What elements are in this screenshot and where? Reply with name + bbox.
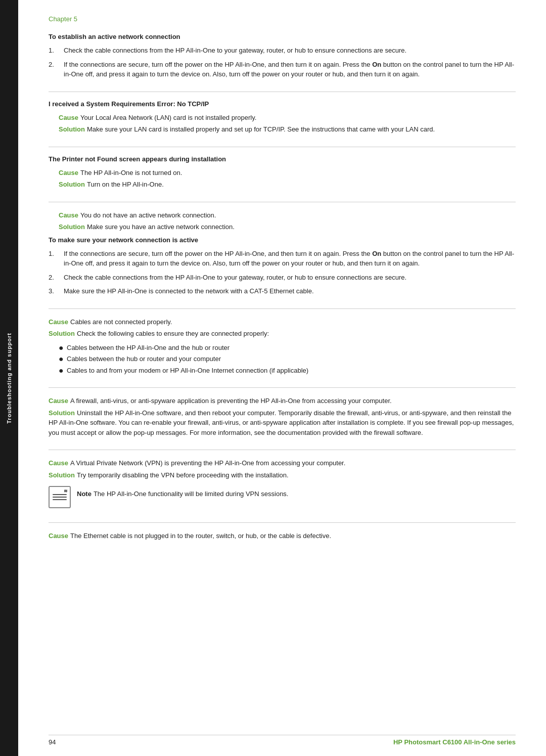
page-footer: 94 HP Photosmart C6100 All-in-One series <box>49 735 516 746</box>
bullet-text: Cables to and from your modem or HP All-… <box>67 366 308 376</box>
list-number: 2. <box>49 273 64 283</box>
cables-bullet-list: ●Cables between the HP All-in-One and th… <box>59 343 516 376</box>
cause-label: Cause <box>49 459 68 467</box>
product-name: HP Photosmart C6100 All-in-One series <box>393 738 516 746</box>
section-ethernet-defective: CauseThe Ethernet cable is not plugged i… <box>49 531 516 551</box>
establish-network-list: 1. Check the cable connections from the … <box>49 46 516 79</box>
cause-solution-block-1: CauseThe HP All-in-One is not turned on.… <box>59 168 516 190</box>
solution-line-3: SolutionCheck the following cables to en… <box>49 329 516 339</box>
list-item: 2. Check the cable connections from the … <box>49 273 516 283</box>
solution-line: SolutionMake sure your LAN card is insta… <box>59 124 516 135</box>
solution-label: Solution <box>59 125 85 133</box>
chapter-label: Chapter 5 <box>49 15 516 23</box>
cause-label: Cause <box>49 397 68 405</box>
solution-line-4: SolutionUninstall the HP All-in-One soft… <box>49 408 516 438</box>
list-content: If the connections are secure, turn off … <box>64 249 516 269</box>
bold-on: On <box>372 61 381 68</box>
list-content: Check the cable connections from the HP … <box>64 46 516 56</box>
solution-line-5: SolutionTry temporarily disabling the VP… <box>49 470 516 480</box>
section-system-req-error: I received a System Requirements Error: … <box>49 100 516 147</box>
solution-label: Solution <box>59 181 85 188</box>
cause-line-1: CauseThe HP All-in-One is not turned on. <box>59 168 516 178</box>
section-establish-network: To establish an active network connectio… <box>49 33 516 92</box>
bullet-dot: ● <box>59 343 67 352</box>
list-item: 2. If the connections are secure, turn o… <box>49 60 516 79</box>
solution-line-2: SolutionMake sure you have an active net… <box>59 222 516 232</box>
section-firewall: CauseA firewall, anti-virus, or anti-spy… <box>49 396 516 450</box>
cause-line-6: CauseThe Ethernet cable is not plugged i… <box>49 531 516 541</box>
list-content: If the connections are secure, turn off … <box>64 60 516 79</box>
cause-label: Cause <box>49 318 68 326</box>
bullet-dot: ● <box>59 366 67 375</box>
section-cables: CauseCables are not connected properly. … <box>49 317 516 388</box>
solution-line-1: SolutionTurn on the HP All-in-One. <box>59 180 516 190</box>
note-icon-line <box>53 497 67 498</box>
list-number: 1. <box>49 46 64 56</box>
list-item: 3. Make sure the HP All-in-One is connec… <box>49 286 516 296</box>
network-active-list: 1. If the connections are secure, turn o… <box>49 249 516 296</box>
note-block: ≋ NoteThe HP All-in-One functionality wi… <box>49 486 516 508</box>
note-text: NoteThe HP All-in-One functionality will… <box>77 486 289 499</box>
section-heading-printer-not-found: The Printer not Found screen appears dur… <box>49 155 516 163</box>
cause-line: CauseYour Local Area Network (LAN) card … <box>59 113 516 123</box>
list-item: 1. Check the cable connections from the … <box>49 46 516 56</box>
list-item: ●Cables to and from your modem or HP All… <box>59 366 516 376</box>
section-heading-system-req: I received a System Requirements Error: … <box>49 100 516 108</box>
note-icon-lines <box>53 494 67 500</box>
section-printer-not-found: The Printer not Found screen appears dur… <box>49 155 516 202</box>
section-heading-establish-network: To establish an active network connectio… <box>49 33 516 40</box>
solution-label: Solution <box>49 409 75 417</box>
cause-label: Cause <box>49 532 68 540</box>
solution-label: Solution <box>59 223 85 231</box>
note-icon-line <box>53 494 67 495</box>
note-squiggle: ≋ <box>64 489 68 494</box>
note-icon-line <box>53 499 67 500</box>
list-content: Check the cable connections from the HP … <box>64 273 516 283</box>
note-keyword: Note <box>77 490 92 498</box>
section-no-active-network: CauseYou do not have an active network c… <box>49 210 516 309</box>
list-number: 1. <box>49 249 64 269</box>
bullet-text: Cables between the HP All-in-One and the… <box>67 343 230 353</box>
cause-label: Cause <box>59 114 78 121</box>
sidebar: Troubleshooting and support <box>0 0 18 756</box>
section-heading-network-active: To make sure your network connection is … <box>49 236 516 244</box>
cause-solution-block-4: CauseA firewall, anti-virus, or anti-spy… <box>49 396 516 437</box>
cause-block-6: CauseThe Ethernet cable is not plugged i… <box>49 531 516 541</box>
sidebar-label: Troubleshooting and support <box>6 333 12 424</box>
bullet-text: Cables between the hub or router and you… <box>67 354 221 364</box>
list-content: Make sure the HP All-in-One is connected… <box>64 286 516 296</box>
cause-solution-block-5: CauseA Virtual Private Network (VPN) is … <box>49 458 516 508</box>
cause-line-4: CauseA firewall, anti-virus, or anti-spy… <box>49 396 516 406</box>
list-number: 2. <box>49 60 64 79</box>
cause-line-3: CauseCables are not connected properly. <box>49 317 516 327</box>
cause-solution-block-2: CauseYou do not have an active network c… <box>59 210 516 232</box>
solution-label: Solution <box>49 471 75 479</box>
page-number: 94 <box>49 738 56 746</box>
cause-label: Cause <box>59 169 78 176</box>
cause-line-2: CauseYou do not have an active network c… <box>59 210 516 220</box>
cause-solution-block-3: CauseCables are not connected properly. … <box>49 317 516 376</box>
list-item: 1. If the connections are secure, turn o… <box>49 249 516 269</box>
cause-label: Cause <box>59 211 78 219</box>
cause-solution-block: CauseYour Local Area Network (LAN) card … <box>59 113 516 135</box>
solution-label: Solution <box>49 330 75 337</box>
bold-on: On <box>372 250 381 257</box>
section-vpn: CauseA Virtual Private Network (VPN) is … <box>49 458 516 523</box>
main-content: Chapter 5 To establish an active network… <box>18 0 546 756</box>
cause-line-5: CauseA Virtual Private Network (VPN) is … <box>49 458 516 468</box>
list-number: 3. <box>49 286 64 296</box>
bullet-dot: ● <box>59 354 67 364</box>
note-icon: ≋ <box>49 486 71 508</box>
list-item: ●Cables between the HP All-in-One and th… <box>59 343 516 353</box>
list-item: ●Cables between the hub or router and yo… <box>59 354 516 364</box>
